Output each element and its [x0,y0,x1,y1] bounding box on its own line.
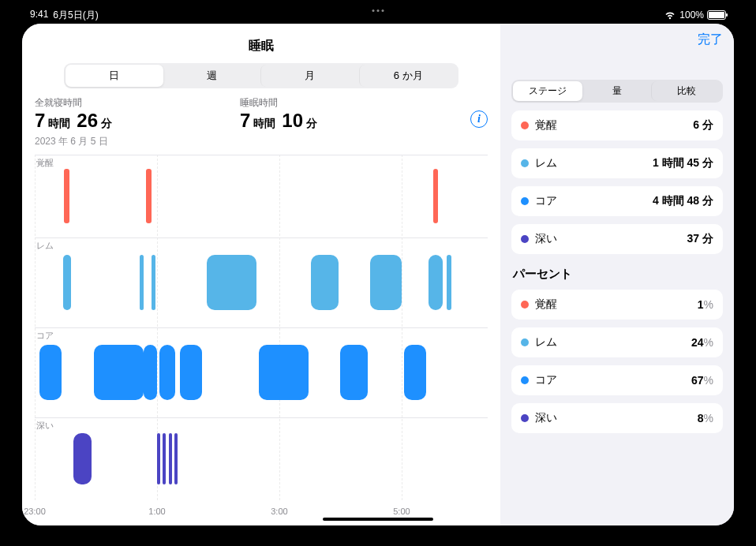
home-indicator[interactable] [323,518,433,521]
sleep-bar-core [39,345,62,401]
sleep-bar-awake [64,169,69,223]
asleep-value: 7時間 10分 [240,110,414,132]
dot-deep-icon [521,414,529,422]
info-icon[interactable]: i [470,110,488,128]
dot-awake-icon [521,301,529,309]
sleep-bar-core [404,345,427,401]
stage-band-label-awake: 覚醒 [36,157,54,169]
stage-band-label-rem: レム [36,240,54,252]
main-panel: 睡眠 日 週 月 6 か月 全就寝時間 7時間 26分 睡眠時間 [22,24,500,525]
sleep-chart[interactable]: 覚醒レムコア深い 23:001:003:005:00 [35,155,488,518]
duration-row-deep[interactable]: 深い 37 分 [511,224,723,254]
sleep-bar-deep [163,433,166,484]
status-time: 9:41 [30,9,48,22]
multitask-dots-icon[interactable] [372,9,384,12]
range-tab-6month[interactable]: 6 か月 [359,65,458,87]
percent-row-core[interactable]: コア 67% [511,365,723,395]
sleep-bar-rem [447,255,451,311]
battery-icon [707,10,726,20]
sleep-bar-rem [429,255,442,311]
page-title: 睡眠 [249,38,274,54]
time-axis-label: 3:00 [271,507,287,516]
side-tab-amounts[interactable]: 量 [582,81,652,101]
battery-pct: 100% [679,9,704,21]
status-date: 6月5日(月) [53,9,98,22]
dot-deep-icon [521,235,529,243]
side-tab-stages[interactable]: ステージ [513,81,582,101]
percent-row-rem[interactable]: レム 24% [511,327,723,357]
sleep-bar-deep [174,433,178,484]
asleep-label: 睡眠時間 [240,96,414,110]
percent-row-awake[interactable]: 覚醒 1% [511,290,723,320]
percent-row-deep[interactable]: 深い 8% [511,403,723,433]
done-button[interactable]: 完了 [698,32,723,48]
sleep-bar-deep [169,433,172,484]
sleep-bar-core [259,345,309,401]
side-segmented[interactable]: ステージ 量 比較 [511,80,723,103]
range-tab-month[interactable]: 月 [260,65,359,87]
sleep-bar-rem [207,255,256,311]
sleep-bar-core [180,345,203,401]
sleep-bar-rem [370,255,402,311]
sleep-bar-deep [73,433,92,484]
sleep-bar-core [94,345,144,401]
sleep-bar-core [340,345,367,401]
in-bed-label: 全就寝時間 [35,96,208,110]
wifi-icon [664,10,676,20]
duration-row-awake[interactable]: 覚醒 6 分 [511,110,723,140]
sleep-bar-awake [146,169,152,223]
side-panel: 完了 ステージ 量 比較 覚醒 6 分 レム 1 時間 45 分 コア 4 時間… [500,24,734,525]
dot-core-icon [521,376,529,384]
sleep-bar-rem [152,255,155,311]
in-bed-value: 7時間 26分 [35,110,208,132]
sleep-bar-core [159,345,175,401]
stage-band-label-core: コア [36,330,54,342]
summary-date: 2023 年 6 月 5 日 [35,135,488,148]
time-axis-label: 1:00 [148,507,165,516]
sleep-bar-rem [311,255,338,311]
duration-row-core[interactable]: コア 4 時間 48 分 [511,186,723,216]
stage-band-label-deep: 深い [36,420,54,432]
dot-core-icon [521,197,529,205]
dot-rem-icon [521,338,529,346]
sleep-bar-deep [157,433,160,484]
time-axis-label: 5:00 [393,507,410,516]
sleep-bar-core [144,345,157,401]
dot-rem-icon [521,159,529,167]
range-segmented[interactable]: 日 週 月 6 か月 [64,63,458,88]
dot-awake-icon [521,122,529,129]
sleep-bar-awake [433,169,438,223]
sleep-bar-rem [140,255,144,311]
range-tab-day[interactable]: 日 [65,65,163,87]
percent-title: パーセント [513,267,721,282]
duration-row-rem[interactable]: レム 1 時間 45 分 [511,148,723,178]
range-tab-week[interactable]: 週 [163,65,261,87]
sleep-bar-rem [63,255,71,311]
side-tab-compare[interactable]: 比較 [651,81,721,101]
time-axis-label: 23:00 [24,507,46,516]
